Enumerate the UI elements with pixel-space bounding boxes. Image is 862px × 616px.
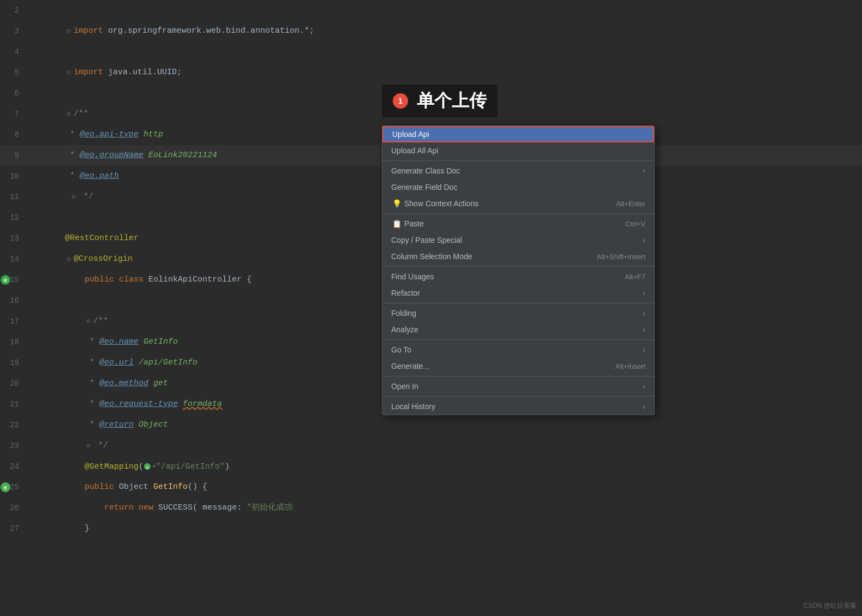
line-content-27: }: [30, 498, 862, 560]
menu-divider-7: [382, 396, 654, 397]
menu-item-copy-paste-special-label: Copy / Paste Special: [391, 236, 638, 244]
fold-icon-3[interactable]: ⊟: [65, 27, 73, 35]
menu-item-column-selection-mode[interactable]: Column Selection Mode Alt+Shift+Insert: [382, 248, 654, 265]
menu-item-column-selection-mode-label: Column Selection Mode: [391, 252, 586, 261]
line-number-9: 9: [0, 145, 30, 166]
gutter-icon-25[interactable]: e: [0, 477, 11, 498]
menu-item-generate[interactable]: Generate... Alt+Insert: [382, 358, 654, 374]
menu-item-go-to[interactable]: Go To ›: [382, 342, 654, 358]
watermark: CSDN @红目香薰: [803, 601, 857, 611]
tooltip-number: 1: [393, 93, 408, 109]
line-number-10: 10: [0, 166, 30, 187]
line-number-18: 18: [0, 332, 30, 352]
menu-arrow-local-history: ›: [643, 402, 645, 411]
gutter-icon-15[interactable]: e: [0, 270, 11, 290]
line-number-12: 12: [0, 207, 30, 228]
menu-item-copy-paste-special[interactable]: Copy / Paste Special ›: [382, 232, 654, 248]
menu-item-generate-field-doc[interactable]: Generate Field Doc: [382, 179, 654, 195]
lightbulb-icon: 💡: [391, 199, 402, 208]
menu-divider-2: [382, 213, 654, 214]
tooltip-popup: 1 单个上传: [382, 85, 498, 117]
menu-item-paste[interactable]: 📋 Paste Ctrl+V: [382, 216, 654, 232]
line-number-24: 24: [0, 456, 30, 477]
line-number-17: 17: [0, 311, 30, 332]
svg-text:e: e: [4, 485, 7, 491]
svg-text:e: e: [4, 277, 7, 283]
line-number-6: 6: [0, 83, 30, 104]
menu-arrow-generate-class-doc: ›: [643, 166, 645, 175]
menu-divider-6: [382, 376, 654, 376]
menu-divider-1: [382, 160, 654, 161]
line-number-14: 14: [0, 249, 30, 270]
menu-item-generate-class-doc-label: Generate Class Doc: [391, 166, 638, 175]
line-number-4: 4: [0, 41, 30, 62]
code-line-5: 5 ⊟import java.util.UUID;: [0, 62, 862, 83]
line-number-27: 27: [0, 518, 30, 539]
menu-item-local-history-label: Local History: [391, 402, 638, 411]
line-number-5: 5: [0, 62, 30, 83]
line-number-7: 7: [0, 104, 30, 124]
menu-arrow-refactor: ›: [643, 289, 645, 297]
line-number-26: 26: [0, 498, 30, 518]
menu-item-refactor-label: Refactor: [391, 289, 638, 297]
menu-arrow-go-to: ›: [643, 345, 645, 354]
menu-item-folding[interactable]: Folding ›: [382, 305, 654, 321]
fold-icon-11[interactable]: ⊟: [70, 193, 77, 201]
menu-item-analyze[interactable]: Analyze ›: [382, 321, 654, 338]
menu-item-show-context-actions-label: Show Context Actions: [404, 199, 605, 208]
menu-item-find-usages[interactable]: Find Usages Alt+F7: [382, 268, 654, 285]
menu-item-generate-label: Generate...: [391, 362, 604, 370]
line-number-23: 23: [0, 435, 30, 456]
menu-item-find-usages-label: Find Usages: [391, 272, 614, 281]
eolink-gutter-icon-15[interactable]: e: [1, 275, 10, 285]
line-number-22: 22: [0, 415, 30, 435]
menu-divider-5: [382, 339, 654, 340]
line-number-11: 11: [0, 187, 30, 207]
menu-arrow-copy-paste-special: ›: [643, 236, 645, 244]
eolink-gutter-icon-25[interactable]: e: [1, 482, 10, 492]
code-line-27: 27 }: [0, 518, 862, 539]
line-number-3: 3: [0, 21, 30, 41]
line-number-8: 8: [0, 124, 30, 145]
line-number-19: 19: [0, 352, 30, 373]
menu-item-column-selection-shortcut: Alt+Shift+Insert: [597, 253, 645, 261]
fold-icon-5[interactable]: ⊟: [65, 69, 73, 76]
menu-item-upload-api[interactable]: Upload Api: [382, 126, 654, 142]
menu-item-local-history[interactable]: Local History ›: [382, 398, 654, 415]
menu-item-generate-class-doc[interactable]: Generate Class Doc ›: [382, 163, 654, 179]
menu-item-go-to-label: Go To: [391, 345, 638, 354]
menu-item-analyze-label: Analyze: [391, 325, 638, 334]
line-number-21: 21: [0, 394, 30, 415]
menu-item-generate-shortcut: Alt+Insert: [615, 362, 645, 370]
menu-divider-3: [382, 266, 654, 267]
menu-item-generate-field-doc-label: Generate Field Doc: [391, 183, 645, 192]
tooltip-text: 单个上传: [417, 89, 487, 113]
menu-item-paste-label: Paste: [404, 219, 615, 228]
menu-item-show-context-actions[interactable]: 💡 Show Context Actions Alt+Enter: [382, 195, 654, 212]
menu-arrow-open-in: ›: [643, 382, 645, 391]
menu-item-upload-api-label: Upload Api: [392, 130, 644, 139]
menu-item-upload-all-api[interactable]: Upload All Api: [382, 142, 654, 159]
line-number-16: 16: [0, 290, 30, 311]
menu-item-find-usages-shortcut: Alt+F7: [625, 273, 645, 281]
menu-item-open-in-label: Open In: [391, 382, 638, 391]
menu-item-paste-shortcut: Ctrl+V: [626, 220, 645, 228]
menu-divider-4: [382, 303, 654, 303]
menu-arrow-folding: ›: [643, 309, 645, 318]
line-number-20: 20: [0, 373, 30, 394]
menu-item-upload-all-api-label: Upload All Api: [391, 146, 645, 155]
menu-item-refactor[interactable]: Refactor ›: [382, 285, 654, 301]
menu-item-show-context-actions-shortcut: Alt+Enter: [616, 200, 645, 208]
clipboard-icon: 📋: [391, 219, 402, 228]
context-menu: Upload Api Upload All Api Generate Class…: [382, 125, 655, 415]
menu-item-folding-label: Folding: [391, 309, 638, 318]
menu-item-open-in[interactable]: Open In ›: [382, 378, 654, 394]
menu-arrow-analyze: ›: [643, 325, 645, 334]
line-number-13: 13: [0, 228, 30, 249]
code-line-3: 3 ⊟import org.springframework.web.bind.a…: [0, 21, 862, 41]
line-number-2: 2: [0, 0, 30, 21]
